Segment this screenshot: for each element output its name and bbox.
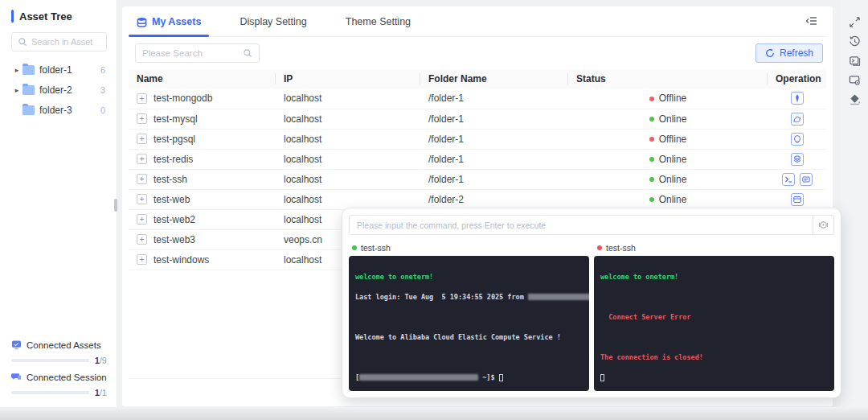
connection-stats: Connected Assets 1/9 Connected Session 1… bbox=[11, 333, 107, 399]
tab-theme-setting[interactable]: Theme Setting bbox=[344, 16, 412, 36]
asset-status: Online bbox=[568, 109, 768, 129]
history-icon[interactable] bbox=[849, 35, 861, 47]
sidebar-title: Asset Tree bbox=[11, 10, 107, 23]
progress-track bbox=[11, 391, 89, 394]
fullscreen-icon[interactable] bbox=[849, 16, 861, 28]
folder-icon bbox=[23, 85, 35, 95]
expand-row-icon[interactable]: + bbox=[137, 154, 147, 164]
connected-assets-value: 1/9 bbox=[95, 356, 107, 365]
expand-row-icon[interactable]: + bbox=[137, 113, 147, 124]
tree-item-folder-2[interactable]: ▸ folder-2 3 bbox=[11, 80, 107, 100]
asset-search-input[interactable] bbox=[31, 37, 100, 47]
terminal-line: Last login: Tue Aug 5 19:34:55 2025 from bbox=[355, 292, 583, 303]
asset-ip: localhost bbox=[276, 109, 420, 129]
asset-name: test-web3 bbox=[154, 234, 195, 245]
tab-label: Display Setting bbox=[240, 16, 306, 27]
folder-icon bbox=[23, 105, 35, 115]
terminal-overlay: test-ssh welcome to oneterm! Last login:… bbox=[342, 208, 841, 398]
terminal-line: Welcome to Alibaba Cloud Elastic Compute… bbox=[355, 332, 583, 343]
mongodb-connect-icon[interactable] bbox=[791, 92, 804, 105]
terminal-panes: test-ssh welcome to oneterm! Last login:… bbox=[349, 240, 834, 391]
terminal-tab[interactable]: test-ssh bbox=[349, 240, 589, 256]
caret-right-icon[interactable]: ▸ bbox=[11, 66, 23, 74]
terminal-panel-icon[interactable] bbox=[849, 55, 861, 67]
table-row: +test-web localhost /folder-2 Online bbox=[129, 189, 826, 209]
asset-ip: localhost bbox=[276, 149, 420, 169]
assets-icon bbox=[137, 17, 147, 27]
expand-row-icon[interactable]: + bbox=[137, 134, 147, 144]
col-header-operation: Operation bbox=[768, 69, 826, 89]
caret-right-icon[interactable]: ▸ bbox=[11, 86, 23, 94]
asset-status: Offline bbox=[568, 129, 768, 149]
table-row: +test-redis localhost /folder-1 Online bbox=[129, 149, 826, 169]
redacted-text bbox=[528, 294, 589, 300]
status-dot bbox=[649, 157, 654, 162]
table-header-row: Name IP Folder Name Status Operation bbox=[129, 69, 826, 89]
tree-item-count: 3 bbox=[100, 85, 107, 95]
terminal-pane-connected: test-ssh welcome to oneterm! Last login:… bbox=[349, 240, 589, 391]
col-header-name: Name bbox=[129, 69, 276, 89]
connected-assets-progress: 1/9 bbox=[11, 356, 107, 365]
table-row: +test-ssh localhost /folder-1 Online bbox=[129, 169, 826, 189]
asset-name: test-ssh bbox=[154, 174, 187, 185]
terminal-tab[interactable]: test-ssh bbox=[594, 240, 834, 256]
status-dot bbox=[649, 137, 654, 142]
browser-connect-icon[interactable] bbox=[791, 193, 804, 206]
terminal-tab-label: test-ssh bbox=[361, 243, 391, 253]
table-row: +test-mongodb localhost /folder-1 Offlin… bbox=[129, 89, 826, 109]
refresh-button[interactable]: Refresh bbox=[755, 43, 823, 63]
terminal-prompt-line: [ ~]$ bbox=[355, 373, 583, 383]
expand-row-icon[interactable]: + bbox=[137, 93, 147, 104]
status-dot bbox=[649, 177, 654, 182]
tab-my-assets[interactable]: My Assets bbox=[135, 16, 203, 36]
terminal-screen[interactable]: welcome to oneterm! Connect Server Error… bbox=[594, 256, 834, 391]
expand-row-icon[interactable]: + bbox=[137, 174, 147, 184]
asset-tree-sidebar: Asset Tree ▸ folder-1 6 ▸ folder-2 3 fol… bbox=[0, 0, 117, 407]
theme-paint-icon[interactable] bbox=[849, 93, 861, 105]
expand-row-icon[interactable]: + bbox=[137, 214, 147, 224]
search-icon bbox=[18, 37, 27, 47]
refresh-icon bbox=[765, 48, 775, 58]
status-dot bbox=[649, 97, 654, 101]
connected-session-icon bbox=[11, 372, 22, 382]
batch-send-icon[interactable] bbox=[813, 216, 833, 234]
terminal-screen[interactable]: welcome to oneterm! Last login: Tue Aug … bbox=[349, 256, 589, 391]
progress-track bbox=[11, 359, 89, 362]
asset-name: test-pgsql bbox=[154, 134, 195, 145]
col-header-status: Status bbox=[568, 69, 768, 89]
expand-row-icon[interactable]: + bbox=[137, 254, 147, 265]
status-dot bbox=[649, 197, 654, 202]
window-settings-icon[interactable] bbox=[849, 74, 861, 86]
tab-label: Theme Setting bbox=[346, 16, 411, 27]
pgsql-connect-icon[interactable] bbox=[791, 133, 804, 146]
mysql-connect-icon[interactable] bbox=[791, 113, 804, 126]
session-ok-dot bbox=[352, 245, 357, 250]
sidebar-resize-handle[interactable] bbox=[114, 199, 117, 212]
expand-row-icon[interactable]: + bbox=[137, 234, 147, 245]
connected-session-progress: 1/1 bbox=[11, 388, 107, 397]
asset-ip: localhost bbox=[276, 89, 420, 109]
tab-display-setting[interactable]: Display Setting bbox=[238, 16, 308, 36]
asset-search-box[interactable] bbox=[11, 32, 107, 51]
tree-item-folder-3[interactable]: folder-3 0 bbox=[11, 100, 107, 120]
terminal-pane-error: test-ssh welcome to oneterm! Connect Ser… bbox=[594, 240, 834, 391]
tree-item-folder-1[interactable]: ▸ folder-1 6 bbox=[11, 60, 107, 80]
asset-folder: /folder-1 bbox=[420, 89, 568, 109]
table-search-box[interactable] bbox=[135, 43, 260, 63]
terminal-connect-icon[interactable] bbox=[782, 173, 795, 186]
asset-name: test-redis bbox=[154, 154, 193, 165]
redis-connect-icon[interactable] bbox=[791, 153, 804, 166]
ssh-connect-icon[interactable] bbox=[800, 173, 813, 186]
terminal-prompt-line bbox=[600, 373, 828, 383]
connected-session-value: 1/1 bbox=[95, 388, 107, 397]
expand-row-icon[interactable]: + bbox=[137, 194, 147, 204]
terminal-line: welcome to oneterm! bbox=[600, 272, 828, 282]
redacted-text bbox=[359, 374, 478, 381]
table-search-input[interactable] bbox=[142, 48, 231, 58]
tree-item-label: folder-1 bbox=[39, 64, 100, 76]
command-input[interactable] bbox=[350, 216, 813, 234]
connected-assets-header: Connected Assets bbox=[11, 340, 107, 350]
column-settings-icon[interactable] bbox=[805, 14, 818, 31]
folder-icon bbox=[23, 65, 35, 75]
asset-folder: /folder-2 bbox=[420, 189, 568, 209]
